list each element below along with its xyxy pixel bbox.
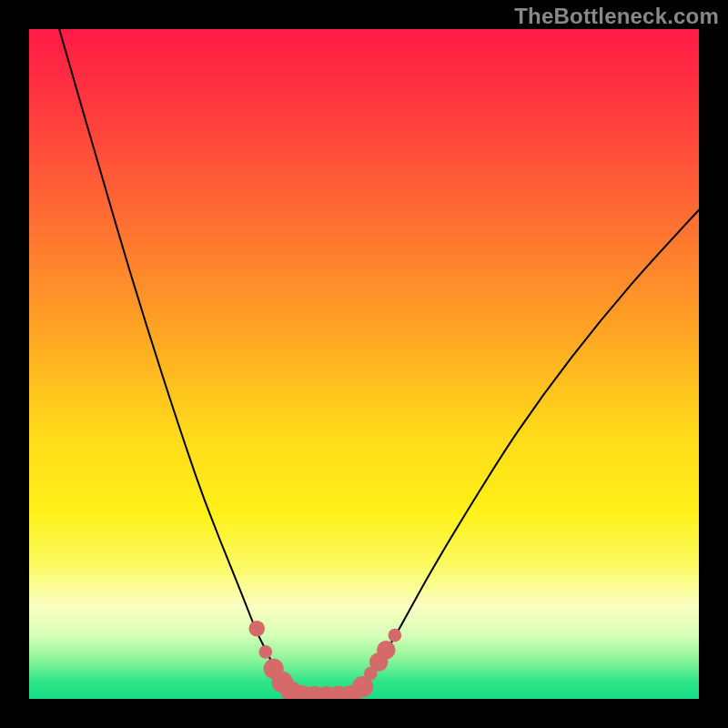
plot-area (29, 29, 699, 699)
data-marker (248, 621, 265, 637)
data-marker (388, 629, 401, 642)
watermark-text: TheBottleneck.com (514, 4, 719, 29)
data-marker (258, 645, 272, 659)
chart-frame: TheBottleneck.com (0, 0, 728, 728)
bottleneck-curve (29, 29, 699, 699)
data-marker (377, 641, 396, 660)
